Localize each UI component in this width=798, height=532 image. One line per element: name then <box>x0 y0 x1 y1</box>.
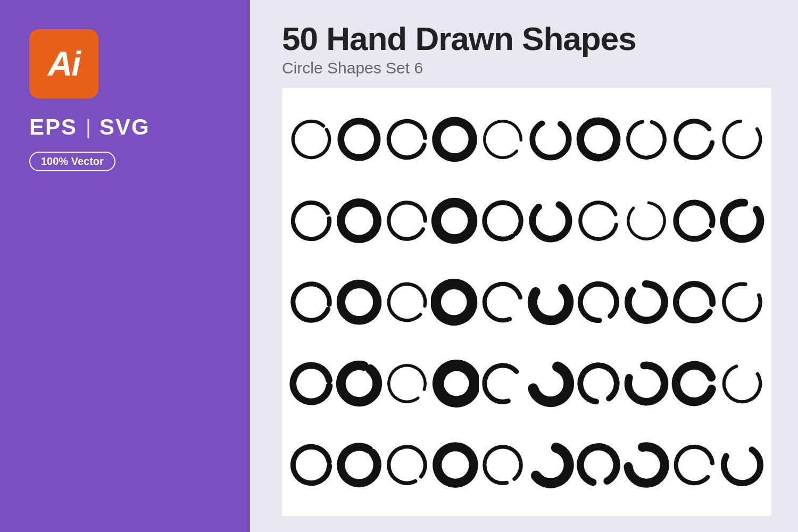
circle-shape-15 <box>479 197 527 245</box>
circle-shape-22 <box>335 278 383 326</box>
format-row: EPS | SVG <box>29 114 150 140</box>
svg-point-1 <box>338 118 380 160</box>
svg-point-31 <box>483 363 522 403</box>
svg-point-22 <box>481 281 523 323</box>
circle-shape-21 <box>287 278 335 326</box>
circle-shape-37 <box>575 360 622 408</box>
svg-point-21 <box>383 278 431 326</box>
circle-shape-40 <box>718 360 766 408</box>
circle-shape-46 <box>527 441 575 489</box>
main-title: 50 Hand Drawn Shapes <box>282 21 771 56</box>
circle-shape-43 <box>383 441 431 489</box>
svg-point-17 <box>670 197 718 245</box>
circle-shape-25 <box>479 278 527 326</box>
svg-point-45 <box>718 441 766 489</box>
circle-shape-36 <box>527 360 575 408</box>
svg-point-39 <box>385 443 429 487</box>
circle-shape-28 <box>622 278 670 326</box>
svg-point-7 <box>672 117 717 162</box>
svg-point-14 <box>575 197 622 245</box>
svg-point-34 <box>627 363 666 403</box>
svg-point-35 <box>670 360 718 408</box>
svg-point-44 <box>670 441 718 489</box>
svg-point-4 <box>527 115 575 163</box>
svg-point-43 <box>628 446 664 483</box>
circle-shape-44 <box>431 441 479 489</box>
svg-point-19 <box>287 278 335 326</box>
svg-point-32 <box>527 360 575 408</box>
circle-shape-23 <box>383 278 431 326</box>
circle-shape-47 <box>575 441 622 489</box>
circle-shape-35 <box>479 360 527 408</box>
circle-shape-33 <box>383 360 431 408</box>
ai-logo-text: Ai <box>48 47 80 81</box>
circle-shape-19 <box>670 197 718 245</box>
circle-shape-27 <box>575 278 622 326</box>
circle-shape-24 <box>431 278 479 326</box>
circle-shape-18 <box>622 197 670 245</box>
circle-shape-26 <box>527 278 575 326</box>
circle-shape-48 <box>622 441 670 489</box>
circle-shape-30 <box>718 278 766 326</box>
circle-shape-6 <box>527 115 575 163</box>
svg-point-18 <box>718 197 766 245</box>
svg-point-25 <box>625 281 667 323</box>
svg-point-38 <box>335 441 383 489</box>
svg-point-5 <box>580 121 617 157</box>
svg-point-12 <box>479 197 526 244</box>
circle-shape-5 <box>479 115 527 163</box>
circle-shape-41 <box>287 441 335 489</box>
svg-point-8 <box>718 115 766 163</box>
separator: | <box>86 116 91 139</box>
svg-point-36 <box>719 360 766 407</box>
circle-shape-38 <box>622 360 670 408</box>
svg-label: SVG <box>99 114 150 140</box>
circle-shape-3 <box>383 115 431 163</box>
subtitle: Circle Shapes Set 6 <box>282 59 771 77</box>
circle-shape-9 <box>670 115 718 163</box>
svg-point-26 <box>670 278 718 326</box>
svg-point-24 <box>577 281 619 323</box>
svg-point-2 <box>383 115 431 163</box>
shapes-canvas <box>282 88 771 516</box>
svg-point-3 <box>479 115 527 163</box>
circle-shape-50 <box>718 441 766 489</box>
circle-shape-29 <box>670 278 718 326</box>
circle-shape-16 <box>527 197 575 245</box>
circle-shape-2 <box>335 115 383 163</box>
svg-point-29 <box>335 360 383 408</box>
circle-shape-34 <box>431 360 479 408</box>
svg-point-10 <box>337 198 381 243</box>
ai-logo: Ai <box>29 29 98 98</box>
circle-shape-10 <box>718 115 766 163</box>
circle-shape-12 <box>335 197 383 245</box>
svg-point-41 <box>527 441 575 489</box>
circle-shape-20 <box>718 197 766 245</box>
circle-shape-17 <box>575 197 622 245</box>
circle-shape-1 <box>287 115 335 163</box>
svg-point-33 <box>575 360 622 407</box>
circle-shape-42 <box>335 441 383 489</box>
svg-point-27 <box>721 281 763 323</box>
svg-point-42 <box>575 441 622 489</box>
left-panel: Ai EPS | SVG 100% Vector <box>0 0 250 532</box>
circle-shape-8 <box>622 115 670 163</box>
circle-shape-13 <box>383 197 431 245</box>
title-section: 50 Hand Drawn Shapes Circle Shapes Set 6 <box>282 21 771 77</box>
circle-shape-4 <box>431 115 479 163</box>
circle-shape-14 <box>431 197 479 245</box>
circle-shape-39 <box>670 360 718 408</box>
vector-badge: 100% Vector <box>29 152 115 171</box>
circle-shape-31 <box>287 360 335 408</box>
right-panel: 50 Hand Drawn Shapes Circle Shapes Set 6 <box>250 0 798 532</box>
svg-point-13 <box>527 197 575 245</box>
svg-point-11 <box>383 197 431 245</box>
svg-point-0 <box>288 116 335 163</box>
svg-point-23 <box>527 278 575 326</box>
circle-shape-45 <box>479 441 527 489</box>
circle-shape-7 <box>575 115 622 163</box>
eps-label: EPS <box>29 114 77 140</box>
circle-shape-32 <box>335 360 383 408</box>
svg-point-40 <box>485 446 521 483</box>
svg-point-30 <box>383 360 431 408</box>
